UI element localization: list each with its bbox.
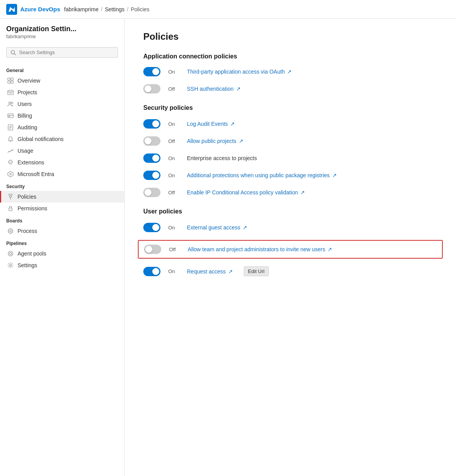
toggle-ip-conditional[interactable] (143, 188, 160, 197)
policy-row-invite-users: Off Allow team and project administrator… (138, 240, 443, 259)
usage-icon (7, 148, 14, 154)
sidebar-item-label: Billing (18, 113, 32, 119)
sidebar-item-process[interactable]: Process (0, 225, 124, 237)
policy-text-ip-conditional[interactable]: Enable IP Conditional Access policy vali… (187, 189, 305, 196)
policy-row-package-registries: On Additional protections when using pub… (143, 171, 437, 180)
sidebar-item-permissions[interactable]: Permissions (0, 203, 124, 214)
svg-point-21 (10, 196, 12, 197)
svg-line-2 (14, 53, 16, 55)
sidebar-item-agent-pools[interactable]: Agent pools (0, 248, 124, 259)
svg-rect-3 (8, 78, 10, 80)
policy-row-ip-conditional: Off Enable IP Conditional Access policy … (143, 188, 437, 197)
toggle-public-projects[interactable] (143, 136, 160, 146)
toggle-label-invite-users: Off (169, 247, 180, 252)
toggle-external-guest[interactable] (143, 223, 160, 232)
breadcrumb: fabrikamprime / Settings / Policies (64, 6, 150, 12)
sidebar-item-settings[interactable]: Settings (0, 259, 124, 271)
topnav: Azure DevOps fabrikamprime / Settings / … (0, 0, 456, 19)
edit-url-button[interactable]: Edit Url (244, 266, 269, 276)
toggle-thumb (144, 189, 151, 196)
sidebar-item-label: Process (18, 228, 37, 234)
link-icon: ↗ (243, 224, 247, 231)
users-icon (7, 101, 14, 107)
sidebar-section-pipelines: Pipelines (0, 237, 124, 248)
toggle-invite-users[interactable] (144, 245, 161, 254)
sidebar-item-label: Settings (18, 262, 37, 268)
svg-point-30 (10, 253, 12, 255)
sidebar-item-billing[interactable]: Billing (0, 110, 124, 122)
svg-rect-12 (8, 114, 13, 118)
svg-rect-6 (11, 81, 13, 83)
breadcrumb-sep-2: / (127, 6, 129, 12)
sidebar-item-label: Extensions (18, 159, 44, 166)
breadcrumb-org[interactable]: fabrikamprime (64, 6, 99, 12)
search-box[interactable] (6, 47, 118, 58)
policy-row-oauth: On Third-party application access via OA… (143, 67, 437, 76)
toggle-enterprise-access[interactable] (143, 153, 160, 163)
sidebar-item-label: Policies (18, 194, 36, 200)
sidebar-item-global-notifications[interactable]: Global notifications (0, 133, 124, 145)
svg-rect-4 (11, 78, 13, 80)
toggle-label-public-projects: Off (168, 138, 179, 144)
breadcrumb-settings[interactable]: Settings (105, 6, 125, 12)
section-title-user: User policies (143, 208, 437, 215)
policy-text-log-audit[interactable]: Log Audit Events ↗ (187, 121, 235, 127)
sidebar-item-label: Auditing (18, 124, 37, 130)
policy-text-package-registries[interactable]: Additional protections when using public… (187, 172, 337, 178)
toggle-thumb (152, 120, 159, 127)
grid-icon (7, 78, 14, 84)
sidebar-item-label: Global notifications (18, 136, 63, 142)
toggle-thumb (144, 85, 151, 92)
sidebar-item-projects[interactable]: Projects (0, 86, 124, 98)
sidebar-item-usage[interactable]: Usage (0, 145, 124, 157)
sidebar-item-policies[interactable]: Policies (0, 191, 124, 203)
policy-text-public-projects[interactable]: Allow public projects ↗ (187, 138, 243, 144)
svg-rect-5 (8, 81, 10, 83)
app-name: Azure DevOps (20, 6, 60, 12)
link-icon: ↗ (332, 172, 337, 178)
breadcrumb-policies: Policies (131, 6, 150, 12)
sidebar-item-auditing[interactable]: Auditing (0, 122, 124, 133)
svg-point-31 (10, 264, 12, 266)
sidebar-item-microsoft-entra[interactable]: Microsoft Entra (0, 168, 124, 180)
policy-row-external-guest: On External guest access ↗ (143, 223, 437, 232)
policy-text-request-access[interactable]: Request access ↗ (187, 268, 233, 275)
notifications-icon (7, 136, 14, 142)
policy-row-log-audit: On Log Audit Events ↗ (143, 119, 437, 129)
toggle-label-oauth: On (168, 69, 179, 75)
svg-point-29 (8, 251, 13, 256)
policy-text-enterprise-access: Enterprise access to projects (187, 155, 257, 161)
process-icon (7, 228, 14, 234)
toggle-request-access[interactable] (143, 267, 160, 276)
sidebar-item-overview[interactable]: Overview (0, 75, 124, 86)
toggle-label-enterprise-access: On (168, 155, 179, 161)
link-icon: ↗ (327, 246, 332, 252)
toggle-thumb (152, 172, 159, 179)
policies-icon (7, 194, 14, 200)
sidebar-item-label: Projects (18, 89, 37, 95)
toggle-thumb (152, 68, 159, 75)
policy-row-request-access: On Request access ↗ Edit Url (143, 266, 437, 276)
sidebar-item-users[interactable]: Users (0, 98, 124, 110)
toggle-label-request-access: On (168, 268, 179, 274)
policy-text-external-guest[interactable]: External guest access ↗ (187, 224, 247, 231)
agent-pools-icon (7, 250, 14, 257)
toggle-thumb (152, 155, 159, 162)
policy-text-invite-users[interactable]: Allow team and project administrators to… (188, 246, 332, 252)
toggle-log-audit[interactable] (143, 119, 160, 129)
link-icon: ↗ (230, 121, 235, 127)
toggle-package-registries[interactable] (143, 171, 160, 180)
billing-icon (7, 113, 14, 119)
sidebar-title: Organization Settin... (0, 25, 124, 34)
toggle-ssh[interactable] (143, 84, 160, 93)
sidebar-item-extensions[interactable]: Extensions (0, 157, 124, 168)
search-input[interactable] (19, 49, 114, 55)
policy-row-public-projects: Off Allow public projects ↗ (143, 136, 437, 146)
toggle-label-ip-conditional: Off (168, 190, 179, 196)
policy-text-ssh[interactable]: SSH authentication ↗ (187, 86, 241, 92)
toggle-label-package-registries: On (168, 173, 179, 178)
policy-text-oauth[interactable]: Third-party application access via OAuth… (187, 69, 292, 75)
toggle-oauth[interactable] (143, 67, 160, 76)
breadcrumb-sep-1: / (101, 6, 102, 12)
app-logo[interactable]: Azure DevOps (6, 4, 60, 15)
